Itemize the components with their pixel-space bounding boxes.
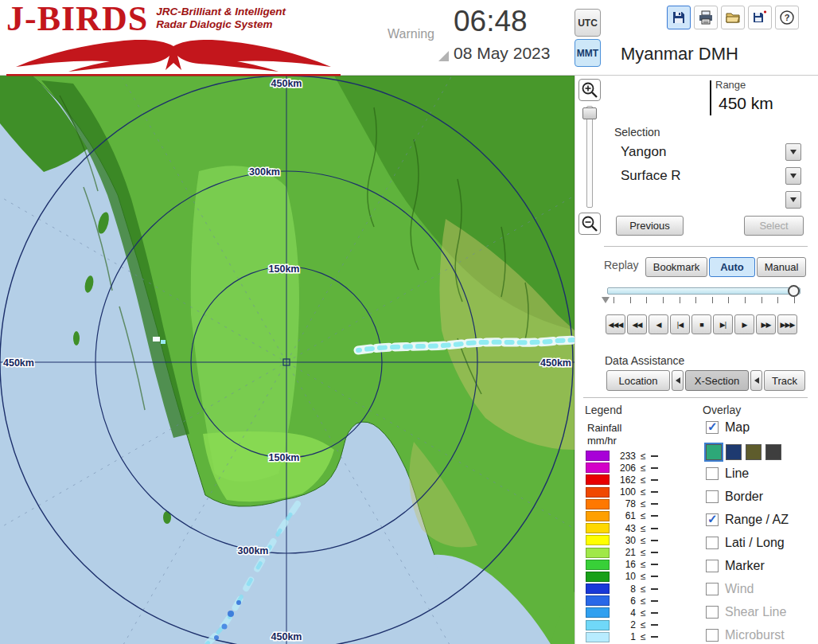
legend-row: 162≤ [586, 474, 658, 485]
logo-subtitle-line1: JRC-Brilliant & Intelligent [156, 6, 286, 18]
print-button[interactable] [694, 6, 718, 29]
legend-row: 21≤ [586, 548, 658, 558]
range-value: 450 km [719, 94, 773, 113]
stop-button[interactable]: ■ [691, 314, 711, 334]
location-button[interactable]: Location [606, 370, 670, 391]
section-divider [604, 246, 808, 247]
extra-dropdown-button[interactable] [785, 191, 801, 209]
marker-checkbox[interactable] [706, 560, 719, 572]
open-folder-icon [725, 10, 741, 25]
previous-button[interactable]: Previous [616, 216, 684, 236]
microburst-checkbox[interactable] [706, 629, 719, 642]
legend-swatch [586, 620, 610, 630]
zoom-out-button[interactable] [578, 213, 601, 235]
legend-swatch [586, 463, 610, 473]
map-checkbox[interactable] [706, 421, 719, 434]
zoom-slider-thumb[interactable] [582, 107, 597, 119]
map-style-swatch-4[interactable] [765, 444, 781, 460]
data-assistance-buttons: Location X-Section Track [606, 370, 805, 391]
line-checkbox[interactable] [706, 467, 719, 480]
overlay-item-border: Border [706, 490, 817, 503]
date-adjust-icon[interactable] [438, 51, 449, 61]
xsection-button[interactable]: X-Section [685, 370, 749, 391]
shear-line-checkbox[interactable] [706, 606, 719, 619]
overlay-list: Map Line Border Range / AZ Lati / Long M… [706, 421, 817, 644]
print-icon [698, 10, 714, 25]
range-az-checkbox[interactable] [706, 513, 719, 526]
zoom-in-icon [581, 81, 598, 99]
xsection-expand-button[interactable] [750, 370, 762, 391]
ring-label-150-bottom: 150km [269, 452, 300, 463]
zoom-in-button[interactable] [578, 79, 601, 101]
location-expand-button[interactable] [672, 370, 684, 391]
product-dropdown-button[interactable] [785, 167, 801, 185]
header-toolbar: ? [667, 6, 799, 29]
help-icon: ? [779, 10, 795, 25]
forward-full-button[interactable]: ▶▶▶ [777, 314, 797, 334]
export-button[interactable] [748, 6, 772, 29]
legend-swatch [586, 560, 610, 570]
eagle-logo-icon [6, 35, 341, 76]
map-style-swatch-1[interactable] [706, 444, 722, 460]
open-folder-button[interactable] [721, 6, 745, 29]
ring-label-300-bottom: 300km [238, 545, 269, 556]
legend-row: 30≤ [586, 535, 658, 545]
station-title: Myanmar DMH [621, 44, 738, 64]
legend-label: Legend [585, 404, 622, 416]
utc-button[interactable]: UTC [575, 9, 601, 37]
replay-slider-thumb[interactable] [788, 285, 800, 297]
ring-label-450-left: 450km [3, 357, 34, 369]
overlay-item-label: Marker [725, 559, 765, 573]
ring-label-450-right: 450km [540, 357, 571, 369]
radar-map-svg: 450km 300km 150km 150km 300km 450km 450k… [0, 76, 575, 644]
mmt-button[interactable]: MMT [575, 39, 601, 67]
step-forward-button[interactable]: ▶| [713, 314, 733, 334]
legend-swatch [586, 632, 610, 642]
clock-date: 08 May 2023 [454, 44, 550, 63]
overlay-item-label: Wind [725, 582, 754, 596]
overlay-item-map: Map [706, 421, 817, 434]
track-button[interactable]: Track [764, 370, 805, 391]
replay-label: Replay [604, 259, 639, 271]
logo-subtitle: JRC-Brilliant & Intelligent Radar Dialog… [156, 2, 286, 31]
legend-row: 100≤ [586, 487, 658, 498]
forward-fast-button[interactable]: ▶▶ [756, 314, 776, 334]
site-dropdown-value[interactable]: Yangon [621, 144, 666, 160]
auto-button[interactable]: Auto [709, 257, 755, 277]
lati-long-checkbox[interactable] [706, 537, 719, 549]
map-style-swatch-3[interactable] [746, 444, 762, 460]
overlay-item-line: Line [706, 467, 817, 480]
section-divider [583, 397, 808, 398]
legend-swatch [586, 451, 610, 461]
rewind-fast-button[interactable]: ◀◀ [627, 314, 647, 334]
overlay-item-lati-long: Lati / Long [706, 537, 817, 549]
zoom-slider-track[interactable] [586, 106, 593, 208]
wind-checkbox[interactable] [706, 583, 719, 595]
bookmark-button[interactable]: Bookmark [645, 257, 707, 277]
map-style-swatch-2[interactable] [726, 444, 742, 460]
rewind-full-button[interactable]: ◀◀◀ [606, 314, 625, 334]
manual-button[interactable]: Manual [757, 257, 806, 277]
overlay-item-marker: Marker [706, 560, 817, 572]
select-button[interactable]: Select [744, 216, 804, 236]
border-checkbox[interactable] [706, 490, 719, 503]
chevron-down-icon [790, 150, 797, 154]
site-dropdown-button[interactable] [785, 143, 801, 161]
radar-map[interactable]: 450km 300km 150km 150km 300km 450km 450k… [0, 76, 575, 644]
chevron-left-icon [676, 377, 680, 384]
product-dropdown-value[interactable]: Surface R [621, 168, 681, 184]
legend-swatch [586, 607, 610, 618]
play-button[interactable]: ▶ [734, 314, 754, 334]
ring-label-450-top: 450km [271, 78, 302, 89]
save-button[interactable] [667, 6, 691, 29]
overlay-item-range-az: Range / AZ [706, 513, 817, 526]
legend-swatch [586, 584, 610, 594]
step-back-button[interactable]: |◀ [670, 314, 690, 334]
legend-row: 78≤ [586, 499, 658, 509]
replay-slider-track[interactable] [607, 287, 800, 295]
legend-swatch [586, 595, 610, 606]
logo-subtitle-line2: Radar Dialogic System [156, 18, 286, 31]
help-button[interactable]: ? [775, 6, 799, 29]
play-reverse-button[interactable]: ◀ [649, 314, 668, 334]
playback-controls: ◀◀◀ ◀◀ ◀ |◀ ■ ▶| ▶ ▶▶ ▶▶▶ [606, 314, 797, 334]
